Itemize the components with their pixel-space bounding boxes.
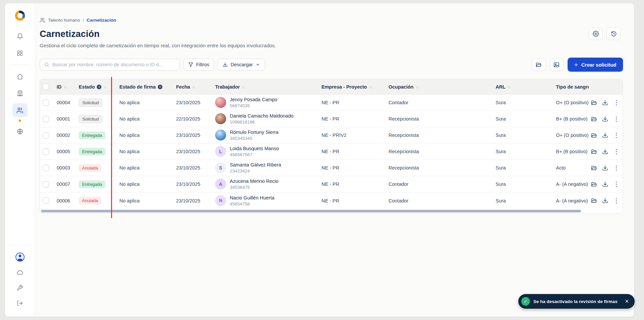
kebab-menu-icon[interactable]: ⋮ xyxy=(613,198,619,204)
sort-icon[interactable]: ↑↓ xyxy=(242,85,245,89)
table-row[interactable]: 00004SolicitudNo aplica23/10/2025Jenny P… xyxy=(40,95,623,111)
table-body: 00004SolicitudNo aplica23/10/2025Jenny P… xyxy=(40,95,623,209)
search-input[interactable] xyxy=(52,62,175,67)
logout-icon[interactable] xyxy=(12,296,28,310)
table-row[interactable]: 00005EntregadaNo aplica23/10/2025LLoida … xyxy=(40,144,623,160)
scrollbar-thumb[interactable] xyxy=(41,210,581,212)
search-box[interactable] xyxy=(40,59,180,71)
sort-icon[interactable]: ↑↓ xyxy=(64,85,67,89)
folder-icon[interactable] xyxy=(591,181,597,187)
home-icon[interactable] xyxy=(12,70,28,83)
cell-actions: ⋮ xyxy=(589,192,623,209)
download-icon[interactable] xyxy=(602,181,608,187)
cell-select xyxy=(40,111,51,127)
row-checkbox[interactable] xyxy=(43,149,49,155)
info-icon[interactable]: i xyxy=(97,85,101,89)
people-icon[interactable] xyxy=(12,103,28,117)
sort-icon[interactable]: ↑↓ xyxy=(369,85,372,89)
row-checkbox[interactable] xyxy=(43,116,49,122)
select-all-checkbox[interactable] xyxy=(43,84,49,90)
horizontal-scrollbar[interactable] xyxy=(41,210,622,212)
building-icon[interactable] xyxy=(12,87,28,100)
settings-gear-button[interactable] xyxy=(589,27,603,40)
status-badge: Solicitud xyxy=(79,99,102,107)
sort-icon[interactable]: ↑↓ xyxy=(103,85,106,89)
download-label: Descargar xyxy=(230,62,253,67)
column-header-trabajador[interactable]: Trabajador↑↓ xyxy=(210,79,316,94)
app-logo-icon[interactable] xyxy=(14,10,26,21)
cell-trabajador: Jenny Posada Campo56674535 xyxy=(210,95,316,111)
column-header-sangre[interactable]: Tipo de sangre↑↓ xyxy=(551,79,589,94)
cell-firma: No aplica xyxy=(114,176,171,192)
folder-icon[interactable] xyxy=(591,197,597,204)
apps-grid-icon[interactable] xyxy=(12,46,28,60)
row-checkbox[interactable] xyxy=(43,197,49,204)
sidebar-bottom-group xyxy=(8,245,32,311)
globe-icon[interactable] xyxy=(12,125,28,138)
sort-icon[interactable]: ↑↓ xyxy=(508,85,511,89)
folder-icon[interactable] xyxy=(591,165,597,171)
table-row[interactable]: 00007EntregadaNo aplica23/10/2025AAzucen… xyxy=(40,176,623,192)
download-icon[interactable] xyxy=(602,116,608,122)
cell-arl: Sura xyxy=(490,160,551,176)
kebab-menu-icon[interactable]: ⋮ xyxy=(613,100,619,106)
filters-button[interactable]: Filtros xyxy=(183,59,214,71)
kebab-menu-icon[interactable]: ⋮ xyxy=(613,165,619,171)
row-checkbox[interactable] xyxy=(43,132,49,139)
cell-firma: No aplica xyxy=(114,111,171,127)
breadcrumb-current[interactable]: Carnetización xyxy=(87,18,116,23)
breadcrumb-section[interactable]: Talento humano xyxy=(48,18,80,23)
sort-icon[interactable]: ↑↓ xyxy=(416,85,419,89)
kebab-menu-icon[interactable]: ⋮ xyxy=(613,181,619,187)
kebab-menu-icon[interactable]: ⋮ xyxy=(613,132,619,138)
badge-image-button[interactable] xyxy=(550,58,564,71)
info-icon[interactable]: i xyxy=(158,85,162,89)
download-button[interactable]: Descargar xyxy=(217,59,265,71)
history-button[interactable] xyxy=(607,27,621,40)
row-checkbox[interactable] xyxy=(43,165,49,171)
user-avatar-icon[interactable] xyxy=(12,250,28,264)
table-row[interactable]: 00006AnuladaNo aplica23/10/2025NNacio Gu… xyxy=(40,192,623,209)
chevron-down-icon xyxy=(255,62,260,67)
column-header-fecha[interactable]: Fecha↑↓ xyxy=(171,79,210,94)
column-header-ocupacion[interactable]: Ocupación↑↓ xyxy=(383,79,490,94)
column-header-arl[interactable]: ARL↑↓ xyxy=(490,79,551,94)
table-row[interactable]: 00003AnuladaNo aplica23/10/2025SSamanta … xyxy=(40,160,623,176)
sort-icon[interactable]: ↑↓ xyxy=(192,85,195,89)
folder-icon[interactable] xyxy=(591,149,597,155)
cell-arl: Sura xyxy=(490,176,551,192)
worker-avatar: S xyxy=(215,162,226,173)
download-icon[interactable] xyxy=(602,197,608,204)
column-header-estado[interactable]: Estadoi↑↓ xyxy=(73,79,114,94)
row-checkbox[interactable] xyxy=(43,100,49,106)
download-icon[interactable] xyxy=(602,100,608,106)
cell-fecha: 23/10/2025 xyxy=(171,192,210,209)
table-row[interactable]: 00001SolicitudNo aplica22/10/2025Daniela… xyxy=(40,111,623,127)
column-header-id[interactable]: ID↑↓ xyxy=(51,79,73,94)
cell-select xyxy=(40,127,51,143)
kebab-menu-icon[interactable]: ⋮ xyxy=(613,149,619,155)
cell-estado: Solicitud xyxy=(73,95,114,111)
row-checkbox[interactable] xyxy=(43,181,49,187)
cell-fecha: 23/10/2025 xyxy=(171,95,210,111)
create-request-button[interactable]: + Crear solicitud xyxy=(568,58,623,72)
status-badge: Entregada xyxy=(79,132,105,139)
folder-icon[interactable] xyxy=(591,132,597,139)
sidebar xyxy=(5,3,35,317)
notifications-bell-icon[interactable] xyxy=(12,30,28,43)
folder-icon[interactable] xyxy=(591,116,597,122)
table-row[interactable]: 00002EntregadaNo aplica23/10/2025Rómulo … xyxy=(40,127,623,144)
table-header-row: ID↑↓Estadoi↑↓Estado de firmaiFecha↑↓Trab… xyxy=(40,79,623,95)
folder-button[interactable] xyxy=(532,58,546,71)
download-icon[interactable] xyxy=(602,149,608,155)
download-icon[interactable] xyxy=(602,132,608,139)
toast-close-icon[interactable]: ✕ xyxy=(625,298,629,304)
cloud-icon[interactable] xyxy=(12,266,28,279)
cell-actions: ⋮ xyxy=(589,127,623,143)
download-icon[interactable] xyxy=(602,165,608,171)
column-header-empresa[interactable]: Empresa - Proyecto↑↓ xyxy=(316,79,383,94)
kebab-menu-icon[interactable]: ⋮ xyxy=(613,116,619,122)
wrench-icon[interactable] xyxy=(12,281,28,294)
cell-trabajador: AAzucena Merino Recio34536475 xyxy=(210,176,316,192)
folder-icon[interactable] xyxy=(591,100,597,106)
